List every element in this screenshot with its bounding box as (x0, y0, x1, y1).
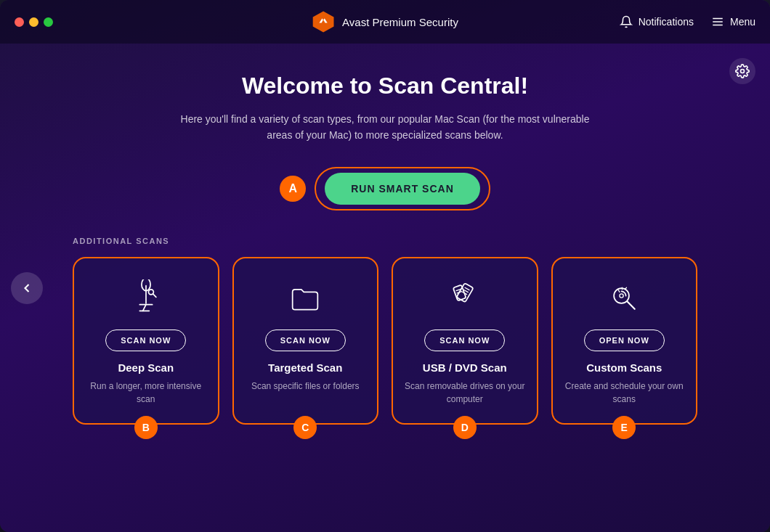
app-title: Avast Premium Security (342, 16, 458, 28)
minimize-button[interactable] (29, 17, 38, 27)
notifications-label: Notifications (639, 16, 694, 28)
back-arrow-button[interactable] (11, 272, 43, 304)
back-arrow-icon (20, 281, 34, 295)
close-button[interactable] (15, 17, 24, 27)
usb-scan-card[interactable]: SCAN NOW USB / DVD Scan Scan removable d… (392, 257, 538, 425)
usb-scan-badge: D (453, 416, 477, 439)
svg-line-7 (142, 304, 145, 311)
settings-button[interactable] (729, 58, 755, 84)
custom-scans-badge: E (612, 416, 636, 439)
targeted-scan-title: Targeted Scan (268, 361, 342, 374)
scan-cards: SCAN NOW Deep Scan Run a longer, more in… (44, 257, 726, 425)
bell-icon (620, 15, 633, 28)
targeted-scan-badge: C (293, 416, 317, 439)
svg-line-12 (465, 287, 469, 290)
app-window: Avast Premium Security Notifications Men… (0, 0, 770, 532)
custom-scans-button[interactable]: OPEN NOW (584, 330, 665, 351)
svg-point-19 (620, 294, 623, 298)
titlebar: Avast Premium Security Notifications Men… (0, 0, 770, 44)
usb-scan-desc: Scan removable drives on your computer (405, 380, 525, 406)
svg-line-10 (153, 294, 155, 297)
titlebar-left (15, 17, 53, 27)
main-content: Welcome to Scan Central! Here you'll fin… (0, 44, 770, 532)
deep-scan-card[interactable]: SCAN NOW Deep Scan Run a longer, more in… (73, 257, 219, 425)
menu-icon (711, 15, 724, 28)
settings-icon (735, 64, 750, 78)
deep-scan-title: Deep Scan (118, 361, 174, 374)
smart-scan-oval: RUN SMART SCAN (315, 167, 490, 210)
menu-button[interactable]: Menu (711, 15, 755, 28)
smart-scan-area: A RUN SMART SCAN (280, 167, 490, 210)
traffic-lights (15, 17, 53, 27)
page-title: Welcome to Scan Central! (242, 73, 528, 99)
titlebar-center: Avast Premium Security (312, 10, 458, 33)
page-subtitle: Here you'll find a variety of scan types… (174, 111, 596, 144)
avast-logo-icon (312, 10, 335, 33)
usb-scan-title: USB / DVD Scan (423, 361, 507, 374)
custom-scans-desc: Create and schedule your own scans (564, 380, 685, 406)
custom-scans-card[interactable]: OPEN NOW Custom Scans Create and schedul… (551, 257, 698, 425)
menu-label: Menu (730, 16, 755, 28)
targeted-scan-button[interactable]: SCAN NOW (265, 330, 346, 351)
targeted-scan-card[interactable]: SCAN NOW Targeted Scan Scan specific fil… (232, 257, 379, 425)
deep-scan-button[interactable]: SCAN NOW (105, 330, 186, 351)
usb-icon (445, 279, 485, 318)
titlebar-right: Notifications Menu (620, 15, 755, 28)
additional-scans-label: ADDITIONAL SCANS (44, 237, 169, 245)
maximize-button[interactable] (44, 17, 53, 27)
run-smart-scan-button[interactable]: RUN SMART SCAN (325, 173, 480, 205)
notifications-button[interactable]: Notifications (620, 15, 694, 28)
deep-scan-desc: Run a longer, more intensive scan (86, 380, 206, 406)
usb-scan-button[interactable]: SCAN NOW (424, 330, 505, 351)
settings-search-icon (604, 279, 644, 318)
svg-point-3 (741, 70, 745, 73)
microscope-icon (126, 279, 166, 318)
targeted-scan-desc: Scan specific files or folders (251, 380, 360, 393)
folder-icon (285, 279, 325, 318)
deep-scan-badge: B (134, 416, 158, 439)
custom-scans-title: Custom Scans (586, 361, 662, 374)
smart-scan-badge: A (280, 176, 306, 202)
